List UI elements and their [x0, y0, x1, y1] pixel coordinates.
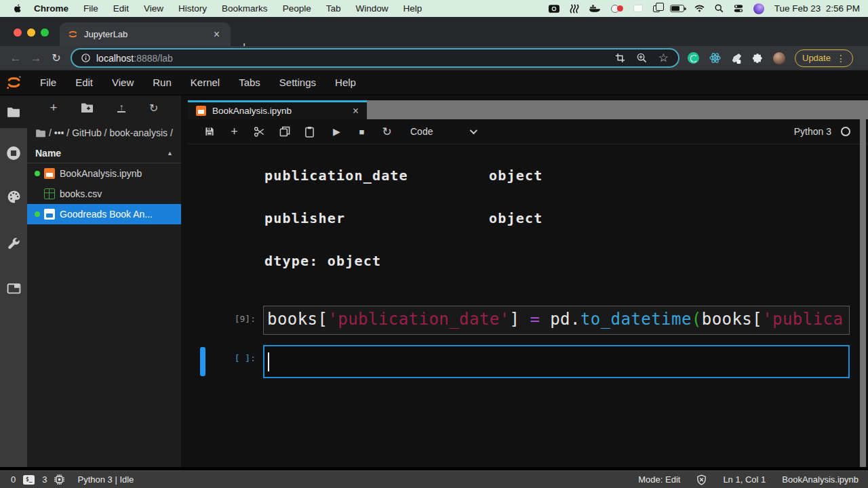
- address-bar[interactable]: localhost:8888/lab ☆: [71, 48, 679, 68]
- active-cell-indicator[interactable]: [200, 347, 205, 376]
- docker-icon[interactable]: [589, 3, 601, 15]
- code-editor[interactable]: books['publication_date'] = pd.to_dateti…: [263, 306, 850, 335]
- new-launcher-button[interactable]: +: [50, 100, 57, 115]
- notebook-tab[interactable]: BookAnalysis.ipynb ×: [188, 100, 367, 119]
- file-item[interactable]: BookAnalysis.ipynb: [27, 163, 181, 184]
- jlab-menu-settings[interactable]: Settings: [270, 77, 326, 88]
- chrome-update-button[interactable]: Update ⋮: [795, 49, 853, 67]
- grammarly-extension-icon[interactable]: [688, 52, 699, 64]
- back-button[interactable]: ←: [5, 52, 26, 65]
- breadcrumb[interactable]: / ••• / GitHub / book-analysis /: [27, 120, 181, 144]
- notebook-content[interactable]: publication_date object publisher object…: [188, 144, 868, 467]
- sort-ascending-icon[interactable]: ▲: [167, 150, 173, 157]
- file-browser-tab[interactable]: [0, 96, 27, 128]
- kernels-count[interactable]: 3: [42, 474, 47, 485]
- cell-type-dropdown[interactable]: Code: [410, 126, 475, 137]
- cursor-position[interactable]: Ln 1, Col 1: [723, 474, 766, 485]
- active-code-cell[interactable]: [ ]:: [188, 345, 868, 378]
- mac-menu-view[interactable]: View: [136, 3, 171, 14]
- window-close-button[interactable]: [14, 28, 22, 37]
- screen-record-icon[interactable]: [611, 4, 623, 14]
- wifi-icon[interactable]: [694, 3, 705, 15]
- mac-menu-people[interactable]: People: [275, 3, 319, 14]
- file-list-header[interactable]: Name ▲: [27, 144, 181, 163]
- open-tabs-tab[interactable]: [6, 281, 21, 296]
- windows-icon[interactable]: [653, 5, 660, 12]
- code-cell[interactable]: [9]: books['publication_date'] = pd.to_d…: [188, 306, 868, 335]
- jlab-menu-edit[interactable]: Edit: [66, 77, 102, 88]
- name-column-header[interactable]: Name: [35, 148, 61, 159]
- inactive-app-icon[interactable]: [633, 5, 643, 12]
- window-zoom-button[interactable]: [41, 28, 49, 37]
- notebook-tab-close-icon[interactable]: ×: [353, 105, 359, 117]
- bookmark-star-icon[interactable]: ☆: [658, 51, 669, 65]
- browser-menu-icon[interactable]: ⋮: [836, 53, 846, 64]
- commands-tab[interactable]: [6, 189, 21, 204]
- jlab-menu-file[interactable]: File: [31, 77, 66, 88]
- file-item-selected[interactable]: Goodreads Book An...: [27, 204, 181, 224]
- assistant-icon[interactable]: [753, 3, 764, 14]
- apple-icon[interactable]: [9, 3, 26, 15]
- kernel-status-text[interactable]: Python 3 | Idle: [77, 474, 134, 485]
- breadcrumb-path[interactable]: / ••• / GitHub / book-analysis /: [49, 127, 173, 138]
- cut-cells-button[interactable]: [247, 126, 272, 138]
- site-info-icon[interactable]: [81, 54, 90, 62]
- jlab-menu-tabs[interactable]: Tabs: [229, 77, 270, 88]
- forward-button[interactable]: →: [26, 52, 46, 65]
- kernel-name[interactable]: Python 3: [794, 126, 831, 137]
- mac-menu-file[interactable]: File: [76, 3, 106, 14]
- terminal-icon[interactable]: $_: [23, 475, 35, 485]
- refresh-file-list-button[interactable]: ↻: [149, 102, 158, 115]
- profile-avatar[interactable]: [773, 52, 785, 64]
- save-button[interactable]: [197, 126, 222, 137]
- interrupt-kernel-button[interactable]: ■: [349, 127, 374, 137]
- trust-shield-icon[interactable]: [696, 474, 707, 485]
- kernel-status-icon[interactable]: [841, 127, 850, 136]
- terminals-count[interactable]: 0: [11, 474, 16, 485]
- jlab-menu-view[interactable]: View: [102, 77, 143, 88]
- pen-tool-extension-icon[interactable]: [731, 53, 742, 64]
- zoom-icon[interactable]: [637, 53, 647, 63]
- jlab-menu-help[interactable]: Help: [326, 77, 366, 88]
- active-code-editor[interactable]: [263, 345, 850, 378]
- window-minimize-button[interactable]: [27, 28, 35, 37]
- camera-icon[interactable]: [549, 3, 559, 15]
- kernel-chip-icon[interactable]: [54, 474, 64, 485]
- running-kernels-tab[interactable]: [6, 146, 21, 161]
- copy-cells-button[interactable]: [272, 126, 297, 137]
- property-inspector-tab[interactable]: [6, 236, 21, 251]
- react-devtools-icon[interactable]: [709, 52, 721, 64]
- waves-icon[interactable]: [570, 3, 579, 15]
- restart-kernel-button[interactable]: ↻: [374, 125, 399, 139]
- control-center-icon[interactable]: [734, 3, 743, 15]
- tab-close-icon[interactable]: ×: [211, 28, 222, 41]
- add-cell-button[interactable]: +: [222, 125, 247, 139]
- mac-menu-edit[interactable]: Edit: [106, 3, 136, 14]
- screenshot-icon[interactable]: [615, 53, 625, 63]
- command-mode-indicator[interactable]: Mode: Edit: [638, 474, 680, 485]
- mac-menu-bookmarks[interactable]: Bookmarks: [214, 3, 275, 14]
- run-cell-button[interactable]: ▶: [324, 126, 349, 137]
- file-browser-panel: + ↑ ↻ / ••• / GitHub / book-analysis / N…: [27, 96, 181, 467]
- mac-menu-window[interactable]: Window: [348, 3, 395, 14]
- file-item[interactable]: books.csv: [27, 184, 181, 204]
- browser-tab[interactable]: JupyterLab ×: [60, 22, 231, 46]
- battery-icon[interactable]: [670, 5, 684, 12]
- mac-menu-tab[interactable]: Tab: [319, 3, 349, 14]
- mac-menu-help[interactable]: Help: [395, 3, 429, 14]
- jlab-menu-run[interactable]: Run: [143, 77, 181, 88]
- spotlight-icon[interactable]: [715, 3, 724, 15]
- paste-cells-button[interactable]: [297, 126, 322, 138]
- upload-button[interactable]: ↑: [117, 104, 125, 113]
- url-text[interactable]: localhost:8888/lab: [96, 53, 615, 64]
- vertical-scrollbar[interactable]: [860, 119, 866, 467]
- update-label: Update: [802, 53, 831, 63]
- extensions-puzzle-icon[interactable]: [752, 53, 763, 64]
- mac-menu-history[interactable]: History: [171, 3, 214, 14]
- reload-button[interactable]: ↻: [46, 52, 66, 64]
- menubar-clock[interactable]: Tue Feb 23 2:56 PM: [774, 3, 860, 14]
- jlab-menu-kernel[interactable]: Kernel: [181, 77, 229, 88]
- file-name: books.csv: [60, 188, 102, 199]
- menubar-app-name[interactable]: Chrome: [26, 3, 76, 14]
- new-folder-button[interactable]: [81, 102, 94, 113]
